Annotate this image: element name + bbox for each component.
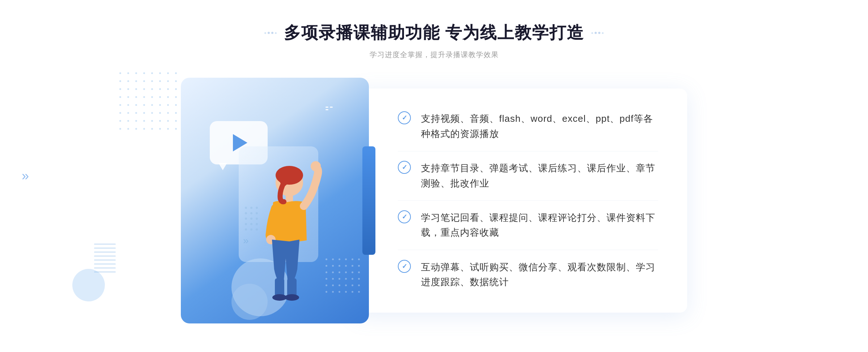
feature-divider-2 xyxy=(398,200,658,201)
feature-text-4: 互动弹幕、试听购买、微信分享、观看次数限制、学习进度跟踪、数据统计 xyxy=(421,260,658,290)
svg-point-13 xyxy=(245,207,247,209)
check-icon-1 xyxy=(398,111,411,124)
feature-text-1: 支持视频、音频、flash、word、excel、ppt、pdf等各种格式的资源… xyxy=(421,111,658,141)
page-container: // Generate 64 dots » 多项录播课辅助功能 专为线上教学打造… xyxy=(0,0,868,352)
deco-stripes xyxy=(94,244,116,280)
svg-point-18 xyxy=(256,212,258,214)
sparkle-decoration xyxy=(326,107,333,112)
check-icon-3 xyxy=(398,210,411,223)
page-title: 多项录播课辅助功能 专为线上教学打造 xyxy=(284,22,584,44)
feature-item-1: 支持视频、音频、flash、word、excel、ppt、pdf等各种格式的资源… xyxy=(398,111,658,141)
feature-item-3: 学习笔记回看、课程提问、课程评论打分、课件资料下载，重点内容收藏 xyxy=(398,210,658,240)
header-title-row: 多项录播课辅助功能 专为线上教学打造 xyxy=(264,22,604,44)
svg-point-25 xyxy=(245,228,247,231)
svg-point-24 xyxy=(256,223,258,225)
svg-point-14 xyxy=(250,207,252,209)
feature-text-2: 支持章节目录、弹题考试、课后练习、课后作业、章节测验、批改作业 xyxy=(421,161,658,191)
title-decorator-left xyxy=(264,32,277,34)
svg-point-2 xyxy=(231,284,268,320)
svg-point-26 xyxy=(250,228,252,231)
header-section: 多项录播课辅助功能 专为线上教学打造 学习进度全掌握，提升录播课教学效果 xyxy=(264,22,604,60)
features-card: 支持视频、音频、flash、word、excel、ppt、pdf等各种格式的资源… xyxy=(354,89,687,313)
svg-text:»: » xyxy=(243,235,249,246)
feature-divider-1 xyxy=(398,151,658,151)
svg-point-22 xyxy=(245,223,247,225)
figure-illustration: » xyxy=(217,136,333,323)
svg-point-20 xyxy=(250,218,252,220)
svg-point-23 xyxy=(250,223,252,225)
check-icon-4 xyxy=(398,260,411,273)
main-content: » 支持视频、音频、flash、word、excel、ppt、pdf等各种格式的… xyxy=(181,78,687,323)
illustration-inner: » xyxy=(181,78,369,323)
feature-item-4: 互动弹幕、试听购买、微信分享、观看次数限制、学习进度跟踪、数据统计 xyxy=(398,260,658,290)
dot-pattern-left: // Generate 64 dots xyxy=(119,72,180,133)
svg-point-7 xyxy=(311,161,321,171)
check-icon-2 xyxy=(398,161,411,174)
illustration-card: » xyxy=(181,78,369,323)
page-subtitle: 学习进度全掌握，提升录播课教学效果 xyxy=(264,50,604,60)
svg-point-4 xyxy=(276,166,303,185)
blue-accent-bar xyxy=(362,146,375,255)
svg-rect-6 xyxy=(286,194,293,202)
svg-rect-10 xyxy=(287,278,297,296)
svg-point-16 xyxy=(245,212,247,214)
svg-point-19 xyxy=(245,218,247,220)
svg-point-17 xyxy=(250,212,252,214)
chevron-left-decoration: » xyxy=(22,168,26,184)
feature-divider-3 xyxy=(398,250,658,250)
svg-point-15 xyxy=(256,207,258,209)
title-decorator-right xyxy=(591,32,604,34)
feature-text-3: 学习笔记回看、课程提问、课程评论打分、课件资料下载，重点内容收藏 xyxy=(421,210,658,240)
svg-point-27 xyxy=(256,228,258,231)
svg-point-12 xyxy=(285,294,299,301)
feature-item-2: 支持章节目录、弹题考试、课后练习、课后作业、章节测验、批改作业 xyxy=(398,161,658,191)
svg-point-21 xyxy=(256,218,258,220)
svg-rect-9 xyxy=(275,278,284,296)
